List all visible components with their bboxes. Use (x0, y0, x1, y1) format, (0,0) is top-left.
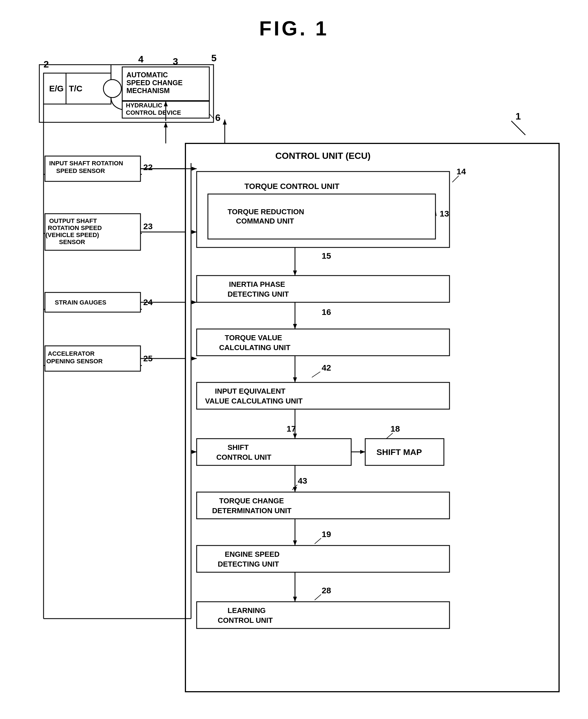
svg-line-68 (436, 211, 436, 216)
svg-rect-78 (197, 329, 449, 356)
svg-text:3: 3 (173, 56, 178, 67)
svg-text:(VEHICLE SPEED): (VEHICLE SPEED) (45, 232, 99, 238)
svg-text:STRAIN GAUGES: STRAIN GAUGES (55, 299, 106, 306)
svg-text:4: 4 (138, 54, 144, 64)
svg-text:COMMAND UNIT: COMMAND UNIT (236, 217, 294, 225)
svg-marker-77 (293, 324, 297, 329)
svg-text:15: 15 (322, 251, 331, 260)
svg-rect-42 (45, 214, 141, 250)
svg-line-4 (169, 67, 175, 76)
svg-text:19: 19 (322, 530, 331, 539)
svg-rect-53 (45, 346, 141, 371)
svg-rect-118 (197, 602, 449, 628)
svg-text:TORQUE CONTROL UNIT: TORQUE CONTROL UNIT (245, 182, 339, 191)
svg-text:SHIFT: SHIFT (228, 443, 249, 452)
svg-line-82 (312, 372, 320, 377)
svg-text:SENSOR: SENSOR (59, 238, 85, 245)
svg-text:CONTROL UNIT: CONTROL UNIT (218, 616, 273, 624)
svg-text:6: 6 (215, 112, 220, 123)
svg-text:TORQUE VALUE: TORQUE VALUE (225, 334, 282, 342)
svg-marker-41 (186, 167, 191, 171)
svg-rect-62 (197, 172, 449, 247)
svg-line-27 (495, 162, 503, 169)
svg-rect-18 (122, 101, 209, 118)
svg-rect-96 (365, 439, 444, 465)
svg-text:16: 16 (322, 307, 331, 317)
svg-text:12: 12 (500, 152, 511, 162)
svg-text:13: 13 (440, 209, 449, 218)
svg-marker-25 (164, 122, 168, 127)
svg-text:42: 42 (322, 363, 331, 372)
svg-text:OPENING SENSOR: OPENING SENSOR (46, 358, 103, 365)
svg-rect-93 (197, 439, 351, 465)
svg-text:CONTROL UNIT (ECU): CONTROL UNIT (ECU) (275, 151, 371, 161)
svg-text:SHIFT MAP: SHIFT MAP (376, 447, 422, 457)
svg-text:OUTPUT SHAFT: OUTPUT SHAFT (49, 217, 97, 224)
svg-line-115 (315, 595, 321, 600)
svg-text:INPUT EQUIVALENT: INPUT EQUIVALENT (215, 387, 286, 395)
svg-text:HYDRAULIC: HYDRAULIC (126, 102, 162, 109)
svg-marker-117 (293, 597, 297, 602)
svg-text:2: 2 (44, 59, 49, 69)
svg-marker-92 (293, 434, 297, 439)
svg-text:17: 17 (287, 424, 296, 433)
svg-line-101 (292, 485, 297, 490)
svg-text:DETECTING UNIT: DETECTING UNIT (218, 560, 279, 568)
svg-text:INERTIA PHASE: INERTIA PHASE (229, 280, 285, 288)
svg-text:18: 18 (391, 424, 400, 433)
svg-marker-136 (192, 450, 197, 454)
svg-text:ACCELERATOR: ACCELERATOR (48, 350, 95, 357)
svg-point-13 (103, 80, 121, 98)
svg-line-61 (452, 176, 459, 182)
svg-text:TORQUE CHANGE: TORQUE CHANGE (219, 497, 284, 505)
svg-rect-9 (44, 73, 111, 104)
svg-marker-71 (293, 271, 297, 276)
svg-marker-57 (186, 357, 191, 360)
svg-text:ENGINE SPEED: ENGINE SPEED (225, 550, 279, 558)
svg-marker-103 (293, 487, 297, 492)
svg-text:28: 28 (322, 586, 331, 595)
svg-text:MECHANISM: MECHANISM (126, 86, 170, 95)
svg-text:DETERMINATION UNIT: DETERMINATION UNIT (212, 506, 292, 515)
svg-text:43: 43 (298, 476, 307, 485)
svg-rect-111 (197, 545, 449, 572)
svg-line-8 (208, 113, 214, 119)
svg-text:VALUE CALCULATING UNIT: VALUE CALCULATING UNIT (205, 397, 302, 405)
svg-marker-130 (192, 230, 197, 234)
svg-text:DETECTING UNIT: DETECTING UNIT (228, 290, 289, 298)
svg-marker-110 (293, 540, 297, 545)
svg-line-90 (386, 433, 393, 439)
svg-text:24: 24 (143, 298, 153, 307)
svg-rect-85 (197, 382, 449, 409)
svg-line-108 (315, 538, 321, 544)
svg-text:TORQUE REDUCTION: TORQUE REDUCTION (228, 207, 304, 216)
svg-rect-64 (208, 194, 436, 239)
svg-text:LEARNING: LEARNING (228, 606, 266, 615)
svg-text:22: 22 (143, 162, 152, 172)
svg-text:5: 5 (211, 53, 216, 63)
svg-text:ROTATION SPEED: ROTATION SPEED (48, 224, 102, 232)
svg-marker-84 (293, 377, 297, 382)
svg-rect-49 (45, 293, 141, 312)
svg-marker-132 (192, 357, 197, 360)
svg-rect-72 (197, 276, 449, 302)
svg-text:CALCULATING UNIT: CALCULATING UNIT (219, 343, 291, 352)
svg-text:23: 23 (143, 222, 152, 231)
svg-marker-48 (186, 230, 191, 234)
svg-text:25: 25 (143, 354, 152, 363)
page-title: FIG. 1 (0, 0, 588, 51)
svg-rect-21 (39, 65, 213, 122)
svg-text:SPEED SENSOR: SPEED SENSOR (56, 167, 105, 174)
svg-marker-129 (192, 167, 197, 171)
svg-marker-122 (223, 120, 227, 124)
svg-rect-104 (197, 492, 449, 519)
svg-text:INPUT SHAFT ROTATION: INPUT SHAFT ROTATION (49, 160, 123, 167)
svg-marker-99 (360, 450, 365, 454)
svg-text:1: 1 (516, 111, 521, 121)
svg-line-0 (511, 121, 525, 135)
svg-text:CONTROL DEVICE: CONTROL DEVICE (126, 109, 181, 116)
svg-rect-37 (45, 156, 141, 181)
svg-text:AUTOMATIC: AUTOMATIC (126, 71, 168, 79)
svg-rect-58 (185, 143, 559, 692)
svg-marker-52 (186, 300, 191, 304)
